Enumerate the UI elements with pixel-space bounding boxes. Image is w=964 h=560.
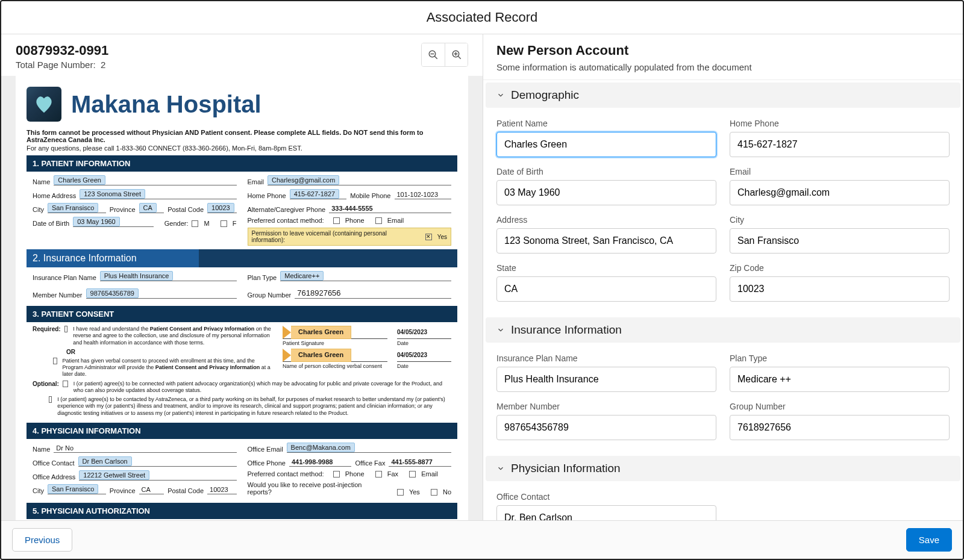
state-input[interactable] bbox=[496, 276, 716, 302]
zip-label: Zip Code bbox=[730, 263, 950, 273]
consent-opt2: I (or patient) agree(s) to be contacted … bbox=[57, 396, 451, 417]
member-num-label: Member Number bbox=[496, 402, 716, 411]
office-contact-input[interactable] bbox=[496, 505, 716, 520]
accordion-insurance[interactable]: Insurance Information bbox=[486, 317, 960, 343]
extracted-plan-name: Plus Health Insurance bbox=[100, 271, 174, 281]
section-patient-info-header: 1. PATIENT INFORMATION bbox=[27, 155, 457, 172]
zoom-in-button[interactable] bbox=[445, 43, 468, 66]
accordion-physician[interactable]: Physician Information bbox=[486, 456, 960, 481]
form-scroll[interactable]: Demographic Patient Name Home Phone Date… bbox=[483, 80, 963, 520]
zoom-out-icon bbox=[428, 49, 439, 60]
svg-line-4 bbox=[458, 56, 461, 59]
extracted-physician-email: Benc@Makana.com bbox=[287, 443, 355, 452]
consent-alt-text: Patient has given verbal consent to proc… bbox=[63, 358, 277, 378]
document-scroll[interactable]: Makana Hospital This form cannot be proc… bbox=[1, 76, 483, 520]
section-authorization-header: 5. PHYSICIAN AUTHORIZATION bbox=[27, 503, 457, 519]
home-phone-label: Home Phone bbox=[730, 119, 950, 128]
zoom-in-icon bbox=[451, 49, 462, 60]
voicemail-permission: Permission to leave voicemail (containin… bbox=[248, 228, 452, 246]
extracted-office-address: 12212 Getwell Street bbox=[79, 470, 149, 480]
group-num-label: Group Number bbox=[730, 402, 950, 411]
plan-name-input[interactable] bbox=[496, 367, 716, 392]
form-pane: New Person Account Some information is a… bbox=[483, 34, 963, 520]
signature-2: Charles Green bbox=[283, 349, 351, 362]
plan-type-input[interactable] bbox=[730, 367, 950, 392]
city-input[interactable] bbox=[730, 228, 950, 254]
chevron-down-icon bbox=[496, 326, 505, 334]
dob-label: Date of Birth bbox=[496, 167, 716, 176]
extracted-physician-city: San Fransisco bbox=[48, 484, 98, 494]
extracted-email: Charlesg@gmail.com bbox=[268, 175, 339, 185]
extracted-plan-type: Medicare++ bbox=[280, 271, 324, 281]
extracted-city: San Fransisco bbox=[48, 203, 98, 213]
document-viewer-pane: 00879932-0991 Total Page Number: 2 bbox=[1, 34, 483, 520]
consent-required-text: I have read and understand the Patient C… bbox=[73, 326, 277, 346]
group-num-input[interactable] bbox=[730, 415, 950, 440]
extracted-address: 123 Sonoma Street bbox=[80, 189, 145, 199]
office-contact-label: Office Contact bbox=[496, 492, 716, 502]
state-label: State bbox=[496, 263, 716, 273]
section-consent-header: 3. PATIENT CONSENT bbox=[27, 306, 457, 322]
extracted-office-contact: Dr Ben Carlson bbox=[78, 456, 132, 466]
form-subtitle: Some information is automatically popula… bbox=[496, 62, 950, 72]
heart-icon bbox=[33, 93, 55, 116]
previous-button[interactable]: Previous bbox=[12, 528, 72, 552]
accordion-demographic[interactable]: Demographic bbox=[486, 82, 960, 108]
save-button[interactable]: Save bbox=[906, 528, 952, 552]
chevron-down-icon bbox=[496, 91, 505, 99]
footer-bar: Previous Save bbox=[1, 520, 963, 559]
zoom-out-button[interactable] bbox=[422, 43, 445, 66]
hospital-logo bbox=[27, 87, 61, 122]
page-count-label: Total Page Number: 2 bbox=[16, 60, 108, 70]
document-id: 00879932-0991 bbox=[16, 43, 108, 58]
zip-input[interactable] bbox=[730, 276, 950, 302]
document-page: Makana Hospital This form cannot be proc… bbox=[16, 76, 468, 520]
form-title: New Person Account bbox=[496, 43, 950, 58]
plan-type-label: Plan Type bbox=[730, 353, 950, 363]
consent-opt1: I (or patient) agree(s) to be connected … bbox=[74, 381, 451, 394]
chevron-down-icon bbox=[496, 464, 505, 473]
extracted-member-num: 987654356789 bbox=[86, 288, 139, 298]
patient-name-input[interactable] bbox=[496, 132, 716, 157]
modal-title: Associated Record bbox=[1, 1, 963, 34]
extracted-province: CA bbox=[139, 203, 157, 213]
member-num-input[interactable] bbox=[496, 415, 716, 440]
section-insurance-header: 2. Insurance Information bbox=[27, 249, 457, 267]
email-input[interactable] bbox=[730, 180, 950, 205]
patient-name-label: Patient Name bbox=[496, 119, 716, 128]
city-label: City bbox=[730, 215, 950, 225]
section-physician-header: 4. PHYSICIAN INFORMATION bbox=[27, 423, 457, 439]
svg-line-1 bbox=[434, 56, 437, 59]
address-input[interactable] bbox=[496, 228, 716, 254]
extracted-name: Charles Green bbox=[54, 175, 105, 185]
extracted-home-phone: 415-627-1827 bbox=[290, 189, 340, 199]
email-label: Email bbox=[730, 167, 950, 176]
address-label: Address bbox=[496, 215, 716, 225]
dob-input[interactable] bbox=[496, 180, 716, 205]
form-disclaimer: This form cannot be processed without Ph… bbox=[27, 129, 457, 143]
home-phone-input[interactable] bbox=[730, 132, 950, 157]
extracted-postal: 10023 bbox=[207, 203, 234, 213]
extracted-dob: 03 May 1960 bbox=[73, 217, 120, 226]
hospital-name: Makana Hospital bbox=[71, 91, 261, 118]
signature-1: Charles Green bbox=[283, 326, 351, 339]
form-disclaimer-2: For any questions, please call 1-833-360… bbox=[27, 145, 457, 152]
plan-name-label: Insurance Plan Name bbox=[496, 353, 716, 363]
